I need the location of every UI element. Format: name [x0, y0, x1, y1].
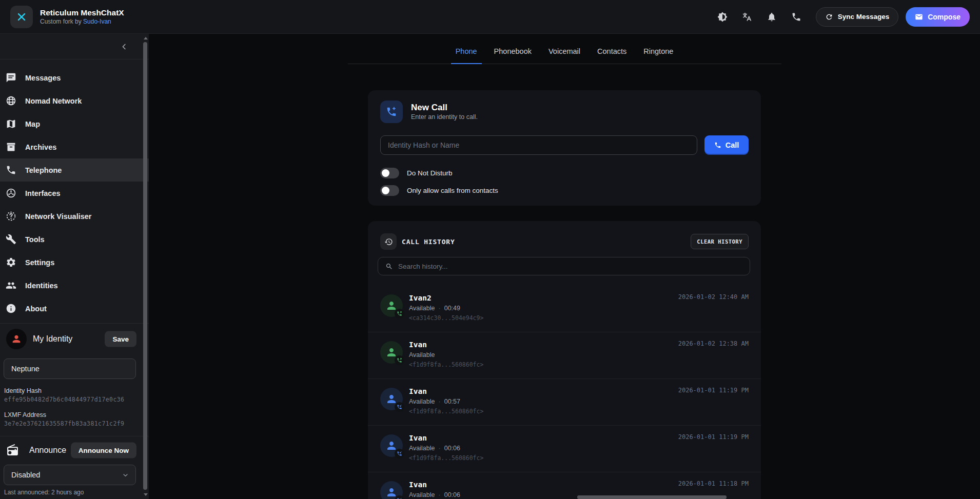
telephone-header-button[interactable] — [786, 7, 807, 27]
language-button[interactable] — [737, 7, 757, 27]
call-history-entry[interactable]: Ivan Available·00:57 <f1d9f8fa...560860f… — [368, 379, 761, 426]
sidebar-scrollbar-thumb[interactable] — [143, 42, 147, 490]
tab-label: Phone — [456, 47, 477, 55]
sidebar-item[interactable]: Network Visualiser — [0, 205, 149, 228]
sidebar-item[interactable]: Interfaces — [0, 182, 149, 205]
call-button-label: Call — [726, 141, 739, 149]
call-history-entry[interactable]: Ivan Available <f1d9f8fa...560860fc> 202… — [368, 332, 761, 379]
tab[interactable]: Voicemail — [548, 46, 580, 56]
caller-hash: <f1d9f8fa...560860fc> — [409, 453, 483, 463]
app-logo[interactable] — [10, 6, 33, 28]
radio-icon — [6, 444, 19, 456]
caller-status: Available — [409, 305, 435, 312]
call-history-card: CALL HISTORY CLEAR HISTORY — [368, 221, 761, 499]
my-identity-title: My Identity — [33, 334, 72, 344]
notifications-button[interactable] — [761, 7, 782, 27]
sidebar-item[interactable]: Map — [0, 112, 149, 135]
caller-hash: <ca314c30...504e94c9> — [409, 313, 483, 323]
caller-status-line: Available·00:06 — [409, 490, 460, 499]
sidebar-item[interactable]: About — [0, 297, 149, 320]
bell-icon — [767, 12, 777, 22]
save-identity-button[interactable]: Save — [105, 331, 136, 347]
toggle-switch[interactable] — [380, 185, 399, 196]
toggle-switch[interactable] — [380, 168, 399, 178]
scroll-down-arrow-icon[interactable] — [144, 493, 148, 496]
new-call-icon — [380, 101, 403, 123]
sidebar-item-icon — [6, 303, 16, 314]
tab[interactable]: Phone — [456, 46, 477, 56]
sidebar-collapse-button[interactable] — [115, 37, 133, 56]
new-call-header: New Call Enter an identity to call. — [380, 101, 749, 123]
call-input-row: Call — [380, 135, 749, 155]
caller-status-line: Available — [409, 350, 483, 360]
app-subtitle: Custom fork by Sudo-Ivan — [40, 17, 124, 26]
chevron-left-icon — [120, 42, 129, 51]
main-content: Phone Phonebook Voicemail Contacts Ringt… — [149, 34, 980, 499]
horizontal-scrollbar-thumb[interactable] — [577, 495, 727, 499]
lxmf-address-value: 3e7e2e37621635587fb83a381c71c2f9 — [4, 420, 149, 427]
chevron-down-icon — [122, 471, 129, 479]
search-icon — [385, 263, 393, 270]
caller-status-line: Available·00:06 — [409, 444, 483, 453]
dot-separator: · — [439, 445, 441, 452]
call-history-list: Ivan2 Available·00:49 <ca314c30...504e94… — [368, 286, 761, 499]
call-toggles: Do Not Disturb Only allow calls from con… — [380, 168, 749, 196]
sidebar-item-icon — [6, 118, 16, 129]
app-header: Reticulum MeshChatX Custom fork by Sudo-… — [0, 0, 980, 34]
identity-call-input[interactable] — [380, 135, 697, 155]
caller-hash: <f1d9f8fa...560860fc> — [409, 407, 483, 416]
caller-avatar — [380, 481, 403, 499]
sidebar-item-label: Identities — [25, 282, 58, 290]
entry-details: Ivan Available <f1d9f8fa...560860fc> — [409, 340, 483, 378]
sidebar-item-icon — [6, 211, 16, 222]
author-link[interactable]: Sudo-Ivan — [83, 18, 111, 25]
new-call-title: New Call — [411, 102, 478, 113]
sidebar-item-label: Interfaces — [25, 189, 61, 197]
lxmf-address-label: LXMF Address — [4, 411, 149, 418]
theme-toggle-button[interactable] — [712, 7, 733, 27]
caller-name: Ivan — [409, 433, 483, 443]
person-icon — [11, 333, 22, 345]
call-history-entry[interactable]: Ivan2 Available·00:49 <ca314c30...504e94… — [368, 286, 761, 332]
sidebar-item[interactable]: Identities — [0, 274, 149, 297]
sidebar-item-icon — [6, 234, 16, 245]
toggle-label: Do Not Disturb — [407, 169, 453, 177]
caller-name: Ivan2 — [409, 293, 483, 303]
sidebar-item-label: Telephone — [25, 166, 62, 174]
sidebar-item[interactable]: Archives — [0, 135, 149, 158]
sidebar-item-label: Archives — [25, 143, 56, 151]
sidebar-item[interactable]: Nomad Network — [0, 89, 149, 112]
call-button[interactable]: Call — [704, 135, 749, 155]
translate-icon — [742, 12, 752, 22]
sidebar-item[interactable]: Messages — [0, 66, 149, 89]
identity-name-input[interactable] — [4, 358, 136, 379]
sync-messages-button[interactable]: Sync Messages — [816, 7, 899, 27]
clear-history-button[interactable]: CLEAR HISTORY — [691, 234, 749, 249]
toggle-knob — [382, 187, 389, 194]
sidebar-item[interactable]: Tools — [0, 228, 149, 251]
call-direction-badge — [395, 355, 404, 365]
sidebar-item-icon — [6, 95, 16, 106]
caller-avatar — [380, 388, 403, 410]
announce-interval-select[interactable]: Disabled — [4, 465, 136, 485]
caller-avatar — [380, 294, 403, 317]
tab[interactable]: Contacts — [597, 46, 626, 56]
toggle-knob — [382, 169, 389, 177]
call-duration: 00:49 — [444, 305, 460, 312]
compose-button[interactable]: Compose — [906, 7, 970, 27]
scroll-up-arrow-icon[interactable] — [144, 37, 148, 39]
sidebar-item[interactable]: Telephone — [0, 158, 149, 182]
sidebar-item-icon — [6, 72, 16, 83]
tab[interactable]: Ringtone — [643, 46, 673, 56]
announce-now-button[interactable]: Announce Now — [71, 442, 136, 458]
call-history-entry[interactable]: Ivan Available·00:06 <f1d9f8fa...560860f… — [368, 426, 761, 472]
outgoing-call-icon — [397, 311, 402, 316]
sidebar-scrollbar[interactable] — [143, 36, 148, 497]
identity-hash-label: Identity Hash — [4, 387, 149, 394]
history-search-input[interactable] — [398, 263, 750, 270]
sidebar: Messages Nomad Network Map Archives — [0, 34, 149, 499]
call-timestamp: 2026-01-02 12:40 AM — [678, 293, 749, 301]
tab[interactable]: Phonebook — [494, 46, 532, 56]
announce-header: Announce Announce Now — [0, 436, 149, 464]
sidebar-item[interactable]: Settings — [0, 251, 149, 274]
